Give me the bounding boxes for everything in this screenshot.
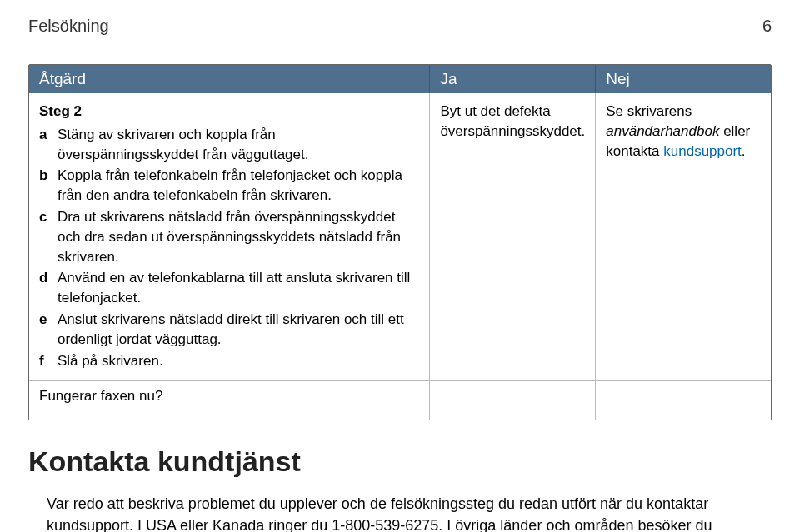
list-text: Dra ut skrivarens nätsladd från överspän… (58, 207, 419, 266)
list-item: d Använd en av telefonkablarna till att … (39, 268, 419, 308)
page-header: Felsökning 6 (28, 17, 772, 36)
list-text: Slå på skrivaren. (58, 351, 419, 371)
list-item: f Slå på skrivaren. (39, 351, 419, 371)
step-title: Steg 2 (39, 102, 419, 122)
column-header-no: Nej (596, 65, 771, 93)
list-marker: b (39, 166, 58, 206)
no-cell-italic: användarhandbok (606, 123, 719, 139)
list-item: e Anslut skrivarens nätsladd direkt till… (39, 310, 419, 350)
cell-action-step2: Steg 2 a Stäng av skrivaren och koppla f… (29, 93, 430, 381)
contact-body-part1: Var redo att beskriva problemet du upple… (47, 495, 712, 532)
page-number: 6 (762, 17, 772, 36)
contact-body: Var redo att beskriva problemet du upple… (28, 493, 772, 532)
cell-yes: Byt ut det defekta överspänningsskyddet. (430, 93, 596, 381)
troubleshooting-table: Åtgärd Ja Nej Steg 2 a Stäng av skrivare… (28, 64, 772, 420)
list-marker: f (39, 351, 58, 371)
list-text: Stäng av skrivaren och koppla från övers… (58, 125, 419, 165)
list-marker: a (39, 125, 58, 165)
list-marker: d (39, 268, 58, 308)
list-text: Koppla från telefonkabeln från telefonja… (58, 166, 419, 206)
list-text: Använd en av telefonkablarna till att an… (58, 268, 419, 308)
support-link[interactable]: kundsupport (663, 143, 742, 159)
column-header-yes: Ja (430, 65, 596, 93)
list-text: Anslut skrivarens nätsladd direkt till s… (58, 310, 419, 350)
cell-no: Se skrivarens användarhandbok eller kont… (596, 93, 771, 381)
list-item: c Dra ut skrivarens nätsladd från översp… (39, 207, 419, 266)
list-marker: c (39, 207, 58, 266)
cell-question: Fungerar faxen nu? (29, 381, 430, 420)
list-item: b Koppla från telefonkabeln från telefon… (39, 166, 419, 206)
no-cell-pre: Se skrivarens (606, 103, 692, 119)
step-list: a Stäng av skrivaren och koppla från öve… (39, 125, 419, 371)
no-cell-post: . (742, 143, 746, 159)
cell-no-empty (596, 381, 771, 420)
cell-yes-empty (430, 381, 596, 420)
list-item: a Stäng av skrivaren och koppla från öve… (39, 125, 419, 165)
list-marker: e (39, 310, 58, 350)
column-header-action: Åtgärd (29, 65, 430, 93)
contact-heading: Kontakta kundtjänst (28, 445, 772, 478)
page-title: Felsökning (28, 17, 109, 36)
